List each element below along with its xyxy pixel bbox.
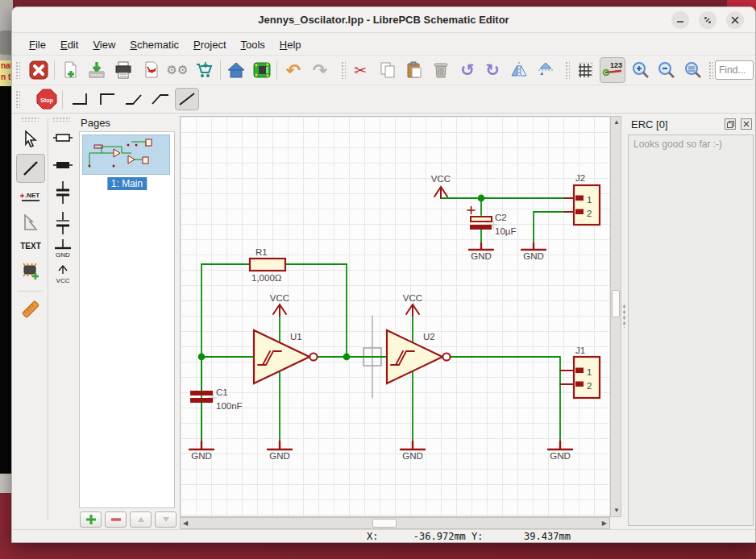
toolbar-grip[interactable]	[21, 117, 39, 122]
zoom-fit-button[interactable]	[680, 57, 706, 83]
tool-net-label-button[interactable]: .NET	[17, 186, 44, 207]
horizontal-scrollbar[interactable]: ◀ ▶	[180, 517, 610, 529]
net-junctions[interactable]	[198, 195, 485, 361]
cut-button[interactable]: ✂	[347, 57, 373, 83]
toolbar-grip[interactable]	[15, 61, 20, 79]
menu-help[interactable]: Help	[272, 36, 309, 53]
add-inductor-button[interactable]	[51, 155, 75, 175]
page-item-main[interactable]: 1: Main	[107, 177, 147, 190]
vertical-scrollbar-thumb[interactable]	[612, 290, 620, 317]
add-resistor-button[interactable]	[51, 128, 75, 147]
new-project-button[interactable]	[57, 57, 83, 83]
wire-mode-45h-button[interactable]	[148, 88, 172, 110]
pages-list[interactable]: 1: Main	[79, 131, 175, 508]
grid-settings-button[interactable]	[572, 57, 598, 83]
erc-message-list[interactable]: Looks good so far :-)	[628, 135, 754, 526]
j2-pin2: 2	[587, 209, 592, 218]
menu-file[interactable]: File	[22, 36, 53, 53]
gnd-label: GND	[471, 251, 492, 261]
control-panel-button[interactable]	[223, 57, 249, 83]
toolbar-grip[interactable]	[565, 61, 570, 79]
restore-button[interactable]	[699, 11, 717, 29]
toolbar-separator	[276, 60, 277, 80]
rotate-ccw-button[interactable]: ↺	[455, 57, 480, 83]
tool-draw-wire-button[interactable]	[16, 154, 45, 183]
menu-tools[interactable]: Tools	[234, 36, 272, 53]
move-page-up-button[interactable]	[130, 511, 152, 528]
wire-mode-vh-icon	[98, 91, 117, 107]
rotate-ccw-icon: ↺	[460, 60, 475, 80]
wire-mode-h45-button[interactable]	[122, 88, 146, 110]
copy-button[interactable]	[375, 57, 401, 83]
add-vcc-button[interactable]: VCC	[51, 262, 75, 288]
tool-draw-polygon-button[interactable]	[17, 209, 44, 236]
minimize-button[interactable]	[671, 11, 689, 29]
page-thumbnail[interactable]	[82, 135, 170, 175]
abort-command-button[interactable]: Stop	[35, 88, 59, 110]
menu-edit[interactable]: Edit	[53, 36, 85, 53]
j1-pin1: 1	[587, 367, 592, 377]
menu-project[interactable]: Project	[186, 36, 233, 53]
rotate-cw-button[interactable]: ↻	[480, 57, 505, 83]
close-button[interactable]	[726, 11, 744, 29]
window-title: Jennys_Oscilator.lpp - LibrePCB Schemati…	[258, 14, 509, 26]
save-button[interactable]	[84, 57, 110, 83]
restore-icon	[704, 16, 712, 24]
gnd-symbol-icon: GND	[52, 238, 74, 260]
new-file-icon	[60, 60, 80, 80]
undo-button[interactable]: ↶	[280, 57, 306, 83]
schematic-canvas[interactable]: VCC VCC VCC GND GND GND GND GND GND R1 1…	[180, 116, 610, 517]
toolbar-separator	[54, 60, 55, 80]
text-tool-icon: TEXT	[20, 242, 41, 251]
remove-page-button[interactable]	[105, 511, 127, 528]
add-capacitor-unipolar-button[interactable]	[51, 209, 75, 238]
export-pdf-button[interactable]	[138, 57, 164, 83]
measurement-unit-button[interactable]: 123	[600, 57, 625, 83]
symbol-graphics[interactable]	[189, 185, 600, 449]
wire-mode-straight-button[interactable]	[175, 88, 199, 110]
menu-schematic[interactable]: Schematic	[123, 36, 186, 53]
toolbar-grip[interactable]	[708, 61, 713, 79]
erc-float-button[interactable]	[725, 118, 736, 130]
close-project-button[interactable]	[26, 57, 52, 83]
wire-mode-hv-button[interactable]	[69, 88, 93, 110]
board-editor-button[interactable]	[249, 57, 275, 83]
titlebar[interactable]: Jennys_Oscilator.lpp - LibrePCB Schemati…	[12, 7, 755, 33]
wire-mode-vh-button[interactable]	[95, 88, 119, 110]
draw-wire-icon	[21, 159, 40, 178]
zoom-in-button[interactable]	[628, 57, 654, 83]
print-button[interactable]	[110, 57, 136, 83]
tool-measure-button[interactable]	[17, 296, 44, 323]
scroll-down-arrow[interactable]: ▼	[613, 507, 620, 514]
scroll-up-arrow[interactable]: ▲	[613, 119, 620, 126]
mirror-icon	[509, 60, 529, 80]
toolbar-grip[interactable]	[52, 117, 70, 122]
cart-icon	[194, 60, 214, 80]
paste-button[interactable]	[401, 57, 427, 83]
j2-ref: J2	[575, 173, 585, 183]
redo-button[interactable]: ↷	[307, 57, 333, 83]
order-pcb-button[interactable]	[191, 57, 217, 83]
tool-select-button[interactable]	[17, 125, 44, 152]
flip-button[interactable]	[533, 57, 559, 83]
add-page-button[interactable]	[80, 511, 102, 528]
vcc-symbol-icon: VCC	[52, 263, 74, 286]
toolbar-grip[interactable]	[15, 90, 20, 108]
scroll-left-arrow[interactable]: ◀	[183, 520, 188, 527]
move-page-down-button[interactable]	[155, 511, 177, 528]
menu-view[interactable]: View	[85, 36, 123, 53]
tool-add-component-button[interactable]	[17, 257, 44, 286]
find-input[interactable]	[715, 60, 754, 80]
toolbar-grip[interactable]	[341, 61, 346, 79]
erc-close-button[interactable]	[741, 118, 752, 130]
scroll-right-arrow[interactable]: ▶	[602, 520, 607, 527]
project-settings-button[interactable]: ⚙⚙	[164, 57, 190, 83]
add-capacitor-bipolar-button[interactable]	[51, 178, 75, 207]
delete-button[interactable]	[428, 57, 454, 83]
zoom-out-button[interactable]	[654, 57, 679, 83]
mirror-button[interactable]	[506, 57, 532, 83]
add-gnd-button[interactable]: GND	[51, 236, 75, 262]
tool-add-text-button[interactable]: TEXT	[17, 236, 44, 255]
vertical-scrollbar[interactable]: ▲ ▼	[610, 116, 621, 517]
horizontal-scrollbar-thumb[interactable]	[372, 519, 397, 528]
